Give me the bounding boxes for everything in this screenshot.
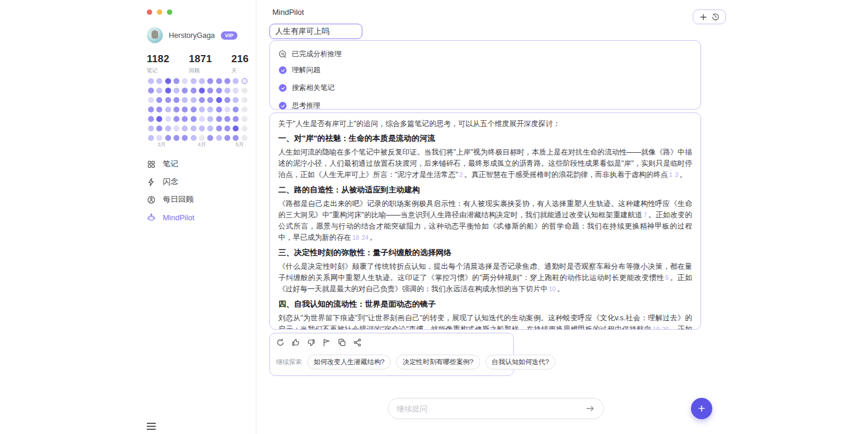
composer[interactable]: [388, 398, 604, 419]
heatmap-dot[interactable]: [199, 135, 205, 141]
citation-ref[interactable]: 24: [362, 234, 369, 241]
heatmap-dot[interactable]: [191, 88, 197, 94]
heatmap-dot[interactable]: [148, 116, 154, 122]
heatmap-dot[interactable]: [242, 135, 247, 141]
heatmap-dot[interactable]: [156, 126, 162, 131]
explore-chip[interactable]: 如何改变人生潜藏结构?: [307, 355, 391, 369]
heatmap-dot[interactable]: [224, 126, 230, 131]
heatmap-dot[interactable]: [216, 107, 222, 112]
heatmap-dot[interactable]: [199, 97, 205, 103]
user-profile[interactable]: HerstoryGaga VIP: [147, 27, 237, 43]
heatmap-dot[interactable]: [199, 88, 205, 94]
heatmap-dot[interactable]: [207, 107, 213, 112]
minimize-window-icon[interactable]: [157, 9, 162, 15]
copy-icon[interactable]: [337, 338, 346, 347]
heatmap-dot[interactable]: [165, 88, 171, 94]
heatmap-dot[interactable]: [182, 135, 188, 141]
heatmap-dot[interactable]: [156, 97, 162, 103]
heatmap-dot[interactable]: [165, 116, 171, 122]
heatmap-dot[interactable]: [242, 97, 247, 103]
heatmap-dot[interactable]: [182, 78, 188, 84]
heatmap-dot[interactable]: [216, 88, 222, 94]
heatmap-dot[interactable]: [224, 107, 230, 112]
heatmap-dot[interactable]: [207, 126, 213, 131]
heatmap-dot[interactable]: [148, 126, 154, 131]
heatmap-dot[interactable]: [173, 97, 179, 103]
citation-ref[interactable]: 5: [665, 274, 668, 281]
heatmap-dot[interactable]: [191, 107, 197, 112]
heatmap-dot[interactable]: [207, 116, 213, 122]
heatmap-dot[interactable]: [191, 78, 197, 84]
heatmap-dot[interactable]: [156, 88, 162, 94]
heatmap-dot[interactable]: [148, 97, 154, 103]
heatmap-dot[interactable]: [233, 97, 239, 103]
send-arrow-icon[interactable]: [586, 404, 595, 413]
heatmap-dot[interactable]: [182, 126, 188, 131]
citation-ref[interactable]: 2: [459, 171, 463, 178]
heatmap-dot[interactable]: [191, 126, 197, 131]
heatmap-dot[interactable]: [207, 78, 213, 84]
heatmap-dot[interactable]: [216, 135, 222, 141]
menu-icon[interactable]: [147, 421, 156, 432]
heatmap-dot[interactable]: [242, 126, 247, 131]
heatmap-dot[interactable]: [165, 107, 171, 112]
history-icon[interactable]: [712, 13, 719, 21]
heatmap-dot[interactable]: [242, 88, 247, 94]
heatmap-dot[interactable]: [207, 88, 213, 94]
heatmap-dot[interactable]: [199, 126, 205, 131]
sidebar-item-MindPilot[interactable]: MindPilot: [147, 208, 251, 226]
heatmap-dot[interactable]: [224, 116, 230, 122]
heatmap-dot[interactable]: [173, 88, 179, 94]
report-icon[interactable]: [322, 338, 331, 347]
thumbs-down-icon[interactable]: [307, 338, 316, 347]
heatmap-dot[interactable]: [165, 78, 171, 84]
heatmap-dot[interactable]: [199, 78, 205, 84]
heatmap-dot[interactable]: [182, 88, 188, 94]
sidebar-item-笔记[interactable]: 笔记: [147, 155, 251, 173]
heatmap-dot[interactable]: [182, 107, 188, 112]
heatmap-dot[interactable]: [242, 116, 247, 122]
heatmap-dot[interactable]: [165, 126, 171, 131]
heatmap-dot[interactable]: [242, 107, 247, 112]
citation-ref[interactable]: 10: [549, 285, 556, 292]
thumbs-up-icon[interactable]: [291, 338, 300, 347]
heatmap-dot[interactable]: [156, 135, 162, 141]
citation-ref[interactable]: 18: [352, 234, 359, 241]
heatmap-dot[interactable]: [165, 135, 171, 141]
heatmap-dot[interactable]: [191, 116, 197, 122]
heatmap-dot[interactable]: [148, 135, 154, 141]
heatmap-dot[interactable]: [156, 107, 162, 112]
heatmap-dot[interactable]: [173, 116, 179, 122]
citation-ref[interactable]: 19: [652, 326, 660, 330]
share-icon[interactable]: [353, 338, 362, 347]
heatmap-dot[interactable]: [182, 97, 188, 103]
heatmap-dot[interactable]: [216, 97, 222, 103]
avatar[interactable]: [147, 27, 163, 43]
new-chat-fab[interactable]: +: [691, 398, 712, 419]
heatmap-dot[interactable]: [233, 78, 239, 84]
heatmap-dot[interactable]: [233, 88, 239, 94]
heatmap-dot[interactable]: [233, 135, 239, 141]
heatmap-dot[interactable]: [242, 78, 247, 84]
heatmap-dot[interactable]: [224, 97, 230, 103]
zoom-window-icon[interactable]: [167, 9, 172, 15]
heatmap-dot[interactable]: [173, 107, 179, 112]
heatmap-dot[interactable]: [233, 107, 239, 112]
explore-chip[interactable]: 决定性时刻有哪些案例?: [396, 355, 480, 369]
heatmap-dot[interactable]: [156, 78, 162, 84]
heatmap-dot[interactable]: [173, 135, 179, 141]
citation-ref[interactable]: 3: [675, 171, 679, 178]
close-window-icon[interactable]: [147, 9, 152, 15]
sidebar-item-闪念[interactable]: 闪念: [147, 173, 251, 191]
heatmap-dot[interactable]: [233, 126, 239, 131]
heatmap-dot[interactable]: [148, 107, 154, 112]
plus-icon[interactable]: [700, 14, 707, 21]
heatmap-dot[interactable]: [216, 126, 222, 131]
heatmap-dot[interactable]: [207, 135, 213, 141]
heatmap-dot[interactable]: [216, 78, 222, 84]
heatmap-dot[interactable]: [224, 78, 230, 84]
citation-ref[interactable]: 1: [669, 171, 673, 178]
new-session-button[interactable]: [693, 9, 726, 24]
heatmap-dot[interactable]: [148, 88, 154, 94]
heatmap-dot[interactable]: [199, 116, 205, 122]
